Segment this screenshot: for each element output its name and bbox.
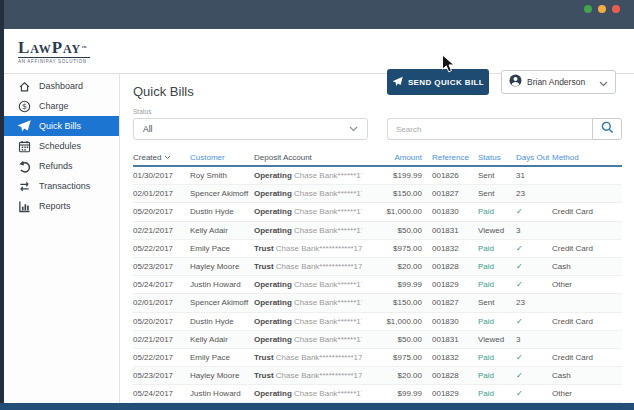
bill-status: Sent bbox=[478, 189, 516, 198]
status-filter-value: All bbox=[143, 124, 349, 134]
bill-customer: Kelly Adair bbox=[190, 226, 254, 235]
bill-deposit-account: Operating Chase Bank******1789 bbox=[254, 317, 362, 326]
bill-created-date: 02/21/2017 bbox=[133, 226, 190, 235]
user-name: Brian Anderson bbox=[527, 77, 594, 87]
bill-days-out: 31 bbox=[516, 171, 552, 180]
table-row[interactable]: 01/30/2017Roy SmithOperating Chase Bank*… bbox=[133, 167, 622, 185]
column-header-days-out[interactable]: Days Out bbox=[516, 153, 552, 162]
bill-reference: 001828 bbox=[432, 371, 478, 380]
bill-status: Paid bbox=[478, 280, 516, 289]
bill-days-out: ✓ bbox=[516, 317, 552, 326]
bill-days-out: ✓ bbox=[516, 244, 552, 253]
bill-status: Paid bbox=[478, 353, 516, 362]
bill-amount: $150.00 bbox=[362, 298, 422, 307]
table-row[interactable]: 05/20/2017Dustin HydeOperating Chase Ban… bbox=[133, 203, 622, 221]
bill-customer: Emily Pace bbox=[190, 244, 254, 253]
logo-tagline: AN AFFINIPAY SOLUTION bbox=[18, 57, 90, 64]
table-row[interactable]: 02/21/2017Kelly AdairOperating Chase Ban… bbox=[133, 222, 622, 240]
table-row[interactable]: 05/24/2017Justin HowardOperating Chase B… bbox=[133, 276, 622, 294]
sort-chevron-down-icon bbox=[164, 153, 171, 162]
bill-status: Paid bbox=[478, 262, 516, 271]
table-row[interactable]: 05/22/2017Emily PaceTrust Chase Bank****… bbox=[133, 240, 622, 258]
bill-amount: $975.00 bbox=[362, 353, 422, 362]
table-row[interactable]: 05/23/2017Hayley MooreTrust Chase Bank**… bbox=[133, 367, 622, 385]
bill-reference: 001829 bbox=[432, 280, 478, 289]
column-header-amount[interactable]: Amount bbox=[362, 153, 422, 162]
sidebar-item-label: Dashboard bbox=[39, 81, 83, 91]
bill-status: Viewed bbox=[478, 226, 516, 235]
search-button[interactable] bbox=[592, 118, 622, 140]
window-control-red[interactable] bbox=[612, 5, 620, 13]
sidebar-item-label: Refunds bbox=[39, 161, 73, 171]
bill-deposit-account: Operating Chase Bank******1789 bbox=[254, 280, 362, 289]
chevron-down-icon bbox=[349, 124, 358, 134]
bill-days-out: 23 bbox=[516, 298, 552, 307]
bill-days-out: ✓ bbox=[516, 207, 552, 216]
bill-status: Paid bbox=[478, 317, 516, 326]
bill-status: Paid bbox=[478, 389, 516, 398]
column-header-customer[interactable]: Customer bbox=[190, 153, 254, 162]
bill-days-out: ✓ bbox=[516, 280, 552, 289]
sidebar-nav: Dashboard $ Charge Quick Bills Schedules bbox=[4, 74, 120, 403]
bill-status: Sent bbox=[478, 171, 516, 180]
bill-days-out: ✓ bbox=[516, 389, 552, 398]
table-row[interactable]: 02/01/2017Spencer AkimoffOperating Chase… bbox=[133, 294, 622, 312]
bill-customer: Kelly Adair bbox=[190, 335, 254, 344]
bill-status: Sent bbox=[478, 298, 516, 307]
bill-reference: 001829 bbox=[432, 389, 478, 398]
bill-created-date: 05/20/2017 bbox=[133, 207, 190, 216]
bill-status: Viewed bbox=[478, 335, 516, 344]
window-control-yellow[interactable] bbox=[598, 5, 606, 13]
column-header-status[interactable]: Status bbox=[478, 153, 516, 162]
window-titlebar bbox=[4, 0, 634, 29]
sidebar-item-label: Charge bbox=[39, 101, 69, 111]
table-row[interactable]: 05/20/2017Dustin HydeOperating Chase Ban… bbox=[133, 313, 622, 331]
bill-status: Paid bbox=[478, 371, 516, 380]
search-input[interactable] bbox=[387, 118, 592, 140]
bill-customer: Emily Pace bbox=[190, 353, 254, 362]
window-controls bbox=[584, 5, 620, 13]
table-row[interactable]: 05/24/2017Justin HowardOperating Chase B… bbox=[133, 385, 622, 403]
bill-method: Credit Card bbox=[552, 317, 622, 326]
bill-amount: $20.00 bbox=[362, 262, 422, 271]
bill-reference: 001827 bbox=[432, 189, 478, 198]
sidebar-item-transactions[interactable]: Transactions bbox=[4, 176, 119, 196]
bill-amount: $50.00 bbox=[362, 335, 422, 344]
bill-method: Credit Card bbox=[552, 207, 622, 216]
table-row[interactable]: 05/22/2017Emily PaceTrust Chase Bank****… bbox=[133, 349, 622, 367]
bill-reference: 001826 bbox=[432, 171, 478, 180]
column-header-method[interactable]: Method bbox=[552, 153, 622, 162]
bill-amount: $199.99 bbox=[362, 171, 422, 180]
user-menu-dropdown[interactable]: Brian Anderson bbox=[501, 70, 616, 94]
sidebar-item-quick-bills[interactable]: Quick Bills bbox=[4, 116, 119, 136]
bill-deposit-account: Operating Chase Bank******1789 bbox=[254, 335, 362, 344]
bill-customer: Spencer Akimoff bbox=[190, 189, 254, 198]
table-row[interactable]: 05/23/2017Hayley MooreTrust Chase Bank**… bbox=[133, 258, 622, 276]
refund-arrow-icon bbox=[17, 160, 31, 173]
table-row[interactable]: 02/21/2017Kelly AdairOperating Chase Ban… bbox=[133, 331, 622, 349]
bill-deposit-account: Operating Chase Bank******1789 bbox=[254, 189, 362, 198]
transfer-arrows-icon bbox=[17, 180, 31, 193]
sidebar-item-dashboard[interactable]: Dashboard bbox=[4, 76, 119, 96]
bill-deposit-account: Trust Chase Bank***********1788 bbox=[254, 371, 362, 380]
send-quick-bill-label: SEND QUICK BILL bbox=[408, 78, 484, 87]
bill-created-date: 05/22/2017 bbox=[133, 353, 190, 362]
sidebar-item-refunds[interactable]: Refunds bbox=[4, 156, 119, 176]
bill-reference: 001831 bbox=[432, 335, 478, 344]
bill-created-date: 05/24/2017 bbox=[133, 280, 190, 289]
sidebar-item-reports[interactable]: Reports bbox=[4, 196, 119, 216]
chevron-down-icon bbox=[599, 73, 608, 91]
column-header-reference[interactable]: Reference bbox=[432, 153, 478, 162]
sidebar-item-charge[interactable]: $ Charge bbox=[4, 96, 119, 116]
table-row[interactable]: 02/01/2017Spencer AkimoffOperating Chase… bbox=[133, 185, 622, 203]
bill-reference: 001827 bbox=[432, 298, 478, 307]
send-quick-bill-button[interactable]: SEND QUICK BILL bbox=[387, 69, 489, 95]
sidebar-item-schedules[interactable]: Schedules bbox=[4, 136, 119, 156]
status-filter-select[interactable]: All bbox=[133, 118, 368, 140]
bill-amount: $1,000.00 bbox=[362, 317, 422, 326]
window-bottom-edge bbox=[0, 403, 634, 410]
column-header-created[interactable]: Created bbox=[133, 153, 190, 162]
bill-created-date: 05/20/2017 bbox=[133, 317, 190, 326]
quick-bills-table: Created Customer Deposit Account Amount … bbox=[133, 152, 622, 403]
window-control-green[interactable] bbox=[584, 5, 592, 13]
